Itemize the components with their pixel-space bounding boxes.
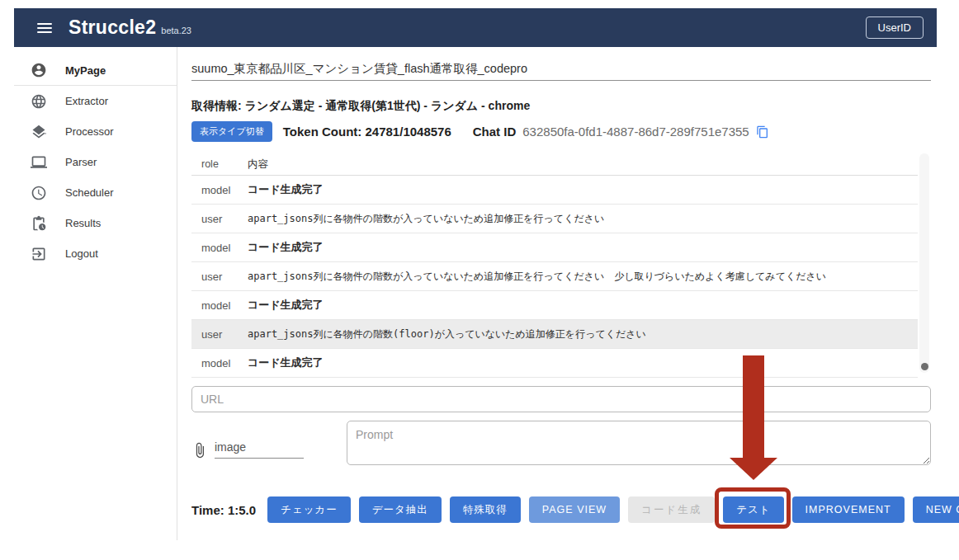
page-view-button[interactable]: PAGE VIEW <box>529 496 620 523</box>
data-extract-button[interactable]: データ抽出 <box>359 496 442 523</box>
row-role: user <box>191 271 238 283</box>
attach-row: image <box>191 421 931 465</box>
sidebar-item-label: Processor <box>65 125 114 138</box>
conversation-table: role 内容 model コード生成完了 user apart_jsons列に… <box>191 153 931 378</box>
row-role: user <box>191 213 238 225</box>
sidebar-item-label: Parser <box>65 156 97 168</box>
row-content: コード生成完了 <box>238 355 918 370</box>
session-title-input[interactable] <box>191 62 931 81</box>
main-content: 取得情報: ランダム選定 - 通常取得(第1世代) - ランダム - chrom… <box>191 47 931 523</box>
sidebar-item-processor[interactable]: Processor <box>14 116 177 147</box>
sidebar-item-results[interactable]: Results <box>14 208 177 238</box>
laptop-icon <box>31 154 47 171</box>
app-title-text: Struccle2 <box>68 16 156 39</box>
token-count-label: Token Count: <box>283 125 362 139</box>
meta-row: 表示タイプ切替 Token Count: 24781/1048576 Chat … <box>191 121 931 142</box>
app-title: Struccle2 beta.23 <box>68 16 191 39</box>
display-type-toggle-button[interactable]: 表示タイプ切替 <box>191 121 272 142</box>
table-row[interactable]: user apart_jsons列に各物件の階数が入っていないため追加修正を行っ… <box>191 205 918 233</box>
checker-button[interactable]: チェッカー <box>267 496 351 523</box>
action-row: Time: 1:5.0 チェッカー データ抽出 <box>191 496 931 523</box>
clock-icon <box>31 185 47 201</box>
table-scrollbar-track <box>919 153 929 373</box>
table-row[interactable]: model コード生成完了 <box>191 176 918 205</box>
sidebar-item-label: Logout <box>65 247 98 260</box>
special-fetch-button[interactable]: 特殊取得 <box>450 496 521 523</box>
row-role: model <box>191 357 238 369</box>
chat-id-label: Chat ID <box>473 125 517 139</box>
code-generate-button: コード生成 <box>628 496 715 523</box>
chat-id: Chat ID 632850fa-0fd1-4887-86d7-289f751e… <box>473 125 769 139</box>
improvement-button[interactable]: IMPROVEMENT <box>792 496 905 523</box>
column-header-role: role <box>191 158 238 170</box>
sidebar: MyPage Extractor Processor Parser Schedu… <box>14 47 177 540</box>
table-row[interactable]: model コード生成完了 <box>191 349 918 378</box>
new-chat-button[interactable]: NEW CHAT <box>913 496 959 523</box>
table-row[interactable]: user apart_jsons列に各物件の階数(floor)が入っていないため… <box>191 320 918 349</box>
table-row[interactable]: user apart_jsons列に各物件の階数が入っていないため追加修正を行っ… <box>191 262 918 291</box>
sidebar-item-parser[interactable]: Parser <box>14 147 177 177</box>
sidebar-item-label: MyPage <box>65 64 106 77</box>
sidebar-item-extractor[interactable]: Extractor <box>14 86 177 116</box>
sidebar-item-label: Results <box>65 217 101 229</box>
row-content: apart_jsons列に各物件の階数が入っていないため追加修正を行ってください… <box>238 270 918 284</box>
table-header-row: role 内容 <box>191 153 918 176</box>
logout-icon <box>31 246 47 262</box>
app-version: beta.23 <box>161 26 191 35</box>
row-role: user <box>191 328 238 341</box>
account-icon <box>31 62 47 78</box>
token-count-value: 24781/1048576 <box>366 125 451 139</box>
globe-icon <box>31 93 47 110</box>
sidebar-item-logout[interactable]: Logout <box>14 238 177 269</box>
row-content: apart_jsons列に各物件の階数が入っていないため追加修正を行ってください <box>238 212 918 226</box>
row-role: model <box>191 299 238 312</box>
prompt-input[interactable] <box>347 421 931 465</box>
user-id-button[interactable]: UserID <box>866 16 924 39</box>
token-count: Token Count: 24781/1048576 <box>283 125 451 139</box>
sidebar-item-label: Extractor <box>65 95 108 107</box>
fetch-info: 取得情報: ランダム選定 - 通常取得(第1世代) - ランダム - chrom… <box>191 99 931 114</box>
row-content: コード生成完了 <box>238 298 918 313</box>
paperclip-icon[interactable] <box>191 442 208 459</box>
app-window: Struccle2 beta.23 UserID MyPage Extracto… <box>0 0 959 560</box>
table-scrollbar-thumb[interactable] <box>921 363 928 370</box>
row-content: apart_jsons列に各物件の階数(floor)が入っていないため追加修正を… <box>238 327 918 341</box>
image-file-field[interactable]: image <box>215 440 304 459</box>
menu-icon[interactable] <box>37 23 52 33</box>
row-content: コード生成完了 <box>238 240 918 255</box>
row-role: model <box>191 242 238 254</box>
column-header-content: 内容 <box>238 158 918 172</box>
table-row[interactable]: model コード生成完了 <box>191 291 918 320</box>
database-edit-icon <box>31 124 47 140</box>
sidebar-item-label: Scheduler <box>65 186 114 199</box>
image-attach[interactable]: image <box>191 440 304 459</box>
row-role: model <box>191 184 238 196</box>
time-label: Time: 1:5.0 <box>191 503 256 517</box>
table-row[interactable]: model コード生成完了 <box>191 233 918 262</box>
test-button[interactable]: テスト <box>723 496 783 523</box>
app-bar: Struccle2 beta.23 UserID <box>14 8 937 47</box>
sidebar-item-scheduler[interactable]: Scheduler <box>14 177 177 208</box>
copy-icon[interactable] <box>756 125 769 139</box>
row-content: コード生成完了 <box>238 182 918 197</box>
file-clock-icon <box>31 215 47 232</box>
chat-id-value: 632850fa-0fd1-4887-86d7-289f751e7355 <box>522 125 749 139</box>
url-input[interactable] <box>191 386 931 412</box>
sidebar-item-mypage[interactable]: MyPage <box>14 55 177 86</box>
